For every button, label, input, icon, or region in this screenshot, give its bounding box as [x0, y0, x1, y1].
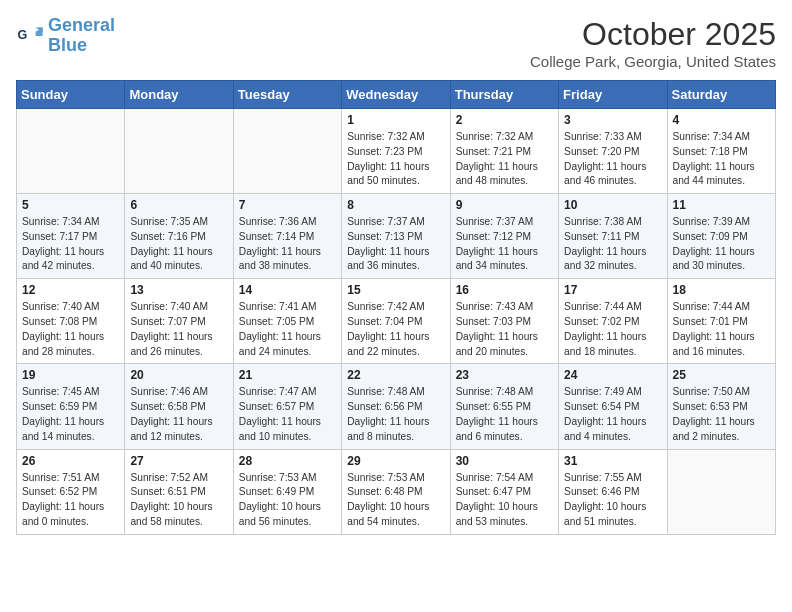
calendar-header-row: SundayMondayTuesdayWednesdayThursdayFrid…	[17, 81, 776, 109]
day-number: 8	[347, 198, 444, 212]
day-number: 21	[239, 368, 336, 382]
calendar-cell: 29Sunrise: 7:53 AM Sunset: 6:48 PM Dayli…	[342, 449, 450, 534]
day-info: Sunrise: 7:55 AM Sunset: 6:46 PM Dayligh…	[564, 471, 661, 530]
calendar-cell: 7Sunrise: 7:36 AM Sunset: 7:14 PM Daylig…	[233, 194, 341, 279]
day-info: Sunrise: 7:43 AM Sunset: 7:03 PM Dayligh…	[456, 300, 553, 359]
header-saturday: Saturday	[667, 81, 775, 109]
day-number: 13	[130, 283, 227, 297]
day-number: 11	[673, 198, 770, 212]
day-number: 4	[673, 113, 770, 127]
calendar-week-4: 19Sunrise: 7:45 AM Sunset: 6:59 PM Dayli…	[17, 364, 776, 449]
calendar-cell: 23Sunrise: 7:48 AM Sunset: 6:55 PM Dayli…	[450, 364, 558, 449]
day-number: 24	[564, 368, 661, 382]
calendar-cell: 5Sunrise: 7:34 AM Sunset: 7:17 PM Daylig…	[17, 194, 125, 279]
day-info: Sunrise: 7:35 AM Sunset: 7:16 PM Dayligh…	[130, 215, 227, 274]
calendar-cell: 19Sunrise: 7:45 AM Sunset: 6:59 PM Dayli…	[17, 364, 125, 449]
day-info: Sunrise: 7:40 AM Sunset: 7:07 PM Dayligh…	[130, 300, 227, 359]
day-info: Sunrise: 7:53 AM Sunset: 6:49 PM Dayligh…	[239, 471, 336, 530]
day-number: 19	[22, 368, 119, 382]
logo: G General Blue	[16, 16, 115, 56]
day-info: Sunrise: 7:36 AM Sunset: 7:14 PM Dayligh…	[239, 215, 336, 274]
day-number: 20	[130, 368, 227, 382]
calendar-cell: 26Sunrise: 7:51 AM Sunset: 6:52 PM Dayli…	[17, 449, 125, 534]
calendar-cell: 30Sunrise: 7:54 AM Sunset: 6:47 PM Dayli…	[450, 449, 558, 534]
calendar-cell: 2Sunrise: 7:32 AM Sunset: 7:21 PM Daylig…	[450, 109, 558, 194]
day-info: Sunrise: 7:34 AM Sunset: 7:17 PM Dayligh…	[22, 215, 119, 274]
day-info: Sunrise: 7:50 AM Sunset: 6:53 PM Dayligh…	[673, 385, 770, 444]
calendar-week-3: 12Sunrise: 7:40 AM Sunset: 7:08 PM Dayli…	[17, 279, 776, 364]
calendar-cell: 17Sunrise: 7:44 AM Sunset: 7:02 PM Dayli…	[559, 279, 667, 364]
calendar-cell: 10Sunrise: 7:38 AM Sunset: 7:11 PM Dayli…	[559, 194, 667, 279]
calendar-cell: 9Sunrise: 7:37 AM Sunset: 7:12 PM Daylig…	[450, 194, 558, 279]
day-number: 29	[347, 454, 444, 468]
day-number: 3	[564, 113, 661, 127]
header-monday: Monday	[125, 81, 233, 109]
day-number: 5	[22, 198, 119, 212]
calendar-cell: 27Sunrise: 7:52 AM Sunset: 6:51 PM Dayli…	[125, 449, 233, 534]
day-number: 9	[456, 198, 553, 212]
calendar-cell: 15Sunrise: 7:42 AM Sunset: 7:04 PM Dayli…	[342, 279, 450, 364]
svg-text:G: G	[17, 28, 27, 42]
calendar-cell: 28Sunrise: 7:53 AM Sunset: 6:49 PM Dayli…	[233, 449, 341, 534]
calendar-week-1: 1Sunrise: 7:32 AM Sunset: 7:23 PM Daylig…	[17, 109, 776, 194]
day-info: Sunrise: 7:32 AM Sunset: 7:23 PM Dayligh…	[347, 130, 444, 189]
day-info: Sunrise: 7:49 AM Sunset: 6:54 PM Dayligh…	[564, 385, 661, 444]
calendar-cell: 16Sunrise: 7:43 AM Sunset: 7:03 PM Dayli…	[450, 279, 558, 364]
day-info: Sunrise: 7:51 AM Sunset: 6:52 PM Dayligh…	[22, 471, 119, 530]
logo-line2: Blue	[48, 35, 87, 55]
day-info: Sunrise: 7:37 AM Sunset: 7:13 PM Dayligh…	[347, 215, 444, 274]
day-number: 10	[564, 198, 661, 212]
day-number: 26	[22, 454, 119, 468]
page-subtitle: College Park, Georgia, United States	[530, 53, 776, 70]
day-info: Sunrise: 7:54 AM Sunset: 6:47 PM Dayligh…	[456, 471, 553, 530]
calendar-cell	[17, 109, 125, 194]
header-wednesday: Wednesday	[342, 81, 450, 109]
title-block: October 2025 College Park, Georgia, Unit…	[530, 16, 776, 70]
day-number: 28	[239, 454, 336, 468]
calendar-table: SundayMondayTuesdayWednesdayThursdayFrid…	[16, 80, 776, 535]
day-info: Sunrise: 7:38 AM Sunset: 7:11 PM Dayligh…	[564, 215, 661, 274]
calendar-week-5: 26Sunrise: 7:51 AM Sunset: 6:52 PM Dayli…	[17, 449, 776, 534]
day-info: Sunrise: 7:53 AM Sunset: 6:48 PM Dayligh…	[347, 471, 444, 530]
day-number: 22	[347, 368, 444, 382]
header-friday: Friday	[559, 81, 667, 109]
day-info: Sunrise: 7:41 AM Sunset: 7:05 PM Dayligh…	[239, 300, 336, 359]
day-number: 15	[347, 283, 444, 297]
day-number: 17	[564, 283, 661, 297]
day-number: 31	[564, 454, 661, 468]
day-number: 27	[130, 454, 227, 468]
header-sunday: Sunday	[17, 81, 125, 109]
day-number: 6	[130, 198, 227, 212]
header-thursday: Thursday	[450, 81, 558, 109]
day-info: Sunrise: 7:46 AM Sunset: 6:58 PM Dayligh…	[130, 385, 227, 444]
calendar-cell: 1Sunrise: 7:32 AM Sunset: 7:23 PM Daylig…	[342, 109, 450, 194]
calendar-cell: 22Sunrise: 7:48 AM Sunset: 6:56 PM Dayli…	[342, 364, 450, 449]
calendar-cell: 4Sunrise: 7:34 AM Sunset: 7:18 PM Daylig…	[667, 109, 775, 194]
calendar-cell	[125, 109, 233, 194]
logo-icon: G	[16, 22, 44, 50]
day-number: 16	[456, 283, 553, 297]
day-number: 25	[673, 368, 770, 382]
day-number: 12	[22, 283, 119, 297]
page-title: October 2025	[530, 16, 776, 53]
day-info: Sunrise: 7:39 AM Sunset: 7:09 PM Dayligh…	[673, 215, 770, 274]
calendar-cell: 3Sunrise: 7:33 AM Sunset: 7:20 PM Daylig…	[559, 109, 667, 194]
day-number: 14	[239, 283, 336, 297]
calendar-cell: 25Sunrise: 7:50 AM Sunset: 6:53 PM Dayli…	[667, 364, 775, 449]
calendar-cell: 11Sunrise: 7:39 AM Sunset: 7:09 PM Dayli…	[667, 194, 775, 279]
calendar-cell: 21Sunrise: 7:47 AM Sunset: 6:57 PM Dayli…	[233, 364, 341, 449]
calendar-cell: 13Sunrise: 7:40 AM Sunset: 7:07 PM Dayli…	[125, 279, 233, 364]
day-number: 30	[456, 454, 553, 468]
day-number: 1	[347, 113, 444, 127]
day-info: Sunrise: 7:45 AM Sunset: 6:59 PM Dayligh…	[22, 385, 119, 444]
logo-text: General Blue	[48, 16, 115, 56]
calendar-cell: 18Sunrise: 7:44 AM Sunset: 7:01 PM Dayli…	[667, 279, 775, 364]
calendar-cell: 31Sunrise: 7:55 AM Sunset: 6:46 PM Dayli…	[559, 449, 667, 534]
day-number: 23	[456, 368, 553, 382]
day-info: Sunrise: 7:37 AM Sunset: 7:12 PM Dayligh…	[456, 215, 553, 274]
calendar-cell: 14Sunrise: 7:41 AM Sunset: 7:05 PM Dayli…	[233, 279, 341, 364]
day-info: Sunrise: 7:44 AM Sunset: 7:01 PM Dayligh…	[673, 300, 770, 359]
day-info: Sunrise: 7:34 AM Sunset: 7:18 PM Dayligh…	[673, 130, 770, 189]
day-info: Sunrise: 7:32 AM Sunset: 7:21 PM Dayligh…	[456, 130, 553, 189]
header-tuesday: Tuesday	[233, 81, 341, 109]
